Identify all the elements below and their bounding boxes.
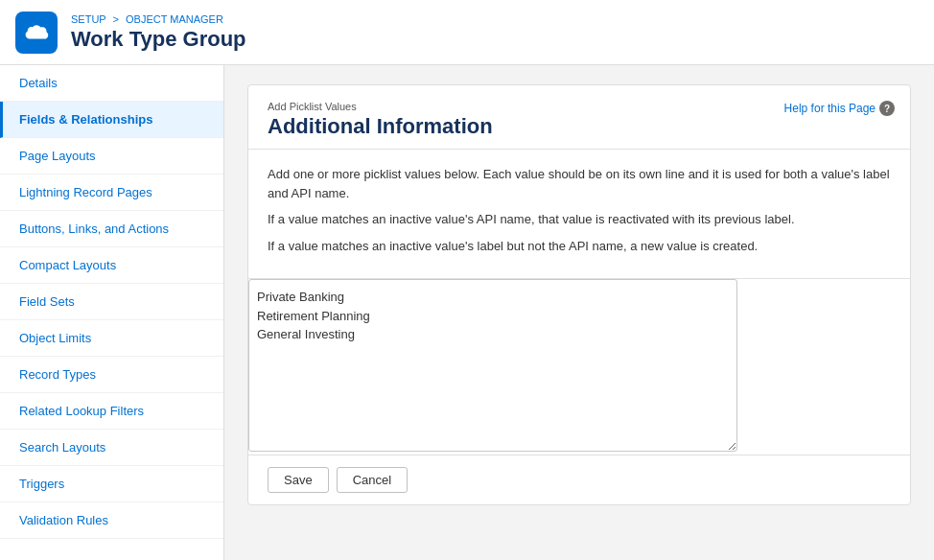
page-title: Work Type Group <box>71 27 246 52</box>
description-3: If a value matches an inactive value's l… <box>268 237 891 256</box>
sidebar-item-search-layouts[interactable]: Search Layouts <box>0 430 223 466</box>
main-layout: DetailsFields & RelationshipsPage Layout… <box>0 65 934 560</box>
sidebar: DetailsFields & RelationshipsPage Layout… <box>0 65 224 560</box>
sidebar-item-validation-rules[interactable]: Validation Rules <box>0 502 223 539</box>
header: SETUP > OBJECT MANAGER Work Type Group <box>0 0 934 65</box>
card-footer: Save Cancel <box>248 455 910 504</box>
sidebar-item-record-types[interactable]: Record Types <box>0 357 223 393</box>
sidebar-item-details[interactable]: Details <box>0 65 223 102</box>
textarea-section: Private Banking Retirement Planning Gene… <box>248 278 910 455</box>
sidebar-item-buttons-links-actions[interactable]: Buttons, Links, and Actions <box>0 211 223 247</box>
help-link[interactable]: Help for this Page ? <box>784 101 895 116</box>
breadcrumb: SETUP > OBJECT MANAGER <box>71 13 246 25</box>
main-content: Add Picklist Values Additional Informati… <box>224 65 934 560</box>
sidebar-item-field-sets[interactable]: Field Sets <box>0 284 223 320</box>
sidebar-item-lightning-record-pages[interactable]: Lightning Record Pages <box>0 175 223 211</box>
sidebar-item-page-layouts[interactable]: Page Layouts <box>0 138 223 175</box>
breadcrumb-separator: > <box>113 13 122 25</box>
sidebar-item-compact-layouts[interactable]: Compact Layouts <box>0 247 223 284</box>
card-header-title: Additional Information <box>268 114 891 139</box>
help-icon: ? <box>879 101 895 116</box>
content-card: Add Picklist Values Additional Informati… <box>247 84 911 505</box>
breadcrumb-setup[interactable]: SETUP <box>71 13 105 25</box>
save-button[interactable]: Save <box>268 467 329 493</box>
card-body: Add one or more picklist values below. E… <box>248 150 910 278</box>
sidebar-item-related-lookup-filters[interactable]: Related Lookup Filters <box>0 393 223 430</box>
breadcrumb-manager[interactable]: OBJECT MANAGER <box>126 13 223 25</box>
picklist-values-textarea[interactable]: Private Banking Retirement Planning Gene… <box>248 279 737 452</box>
help-link-text: Help for this Page <box>784 102 876 115</box>
description-2: If a value matches an inactive value's A… <box>268 210 891 229</box>
sidebar-item-object-limits[interactable]: Object Limits <box>0 320 223 357</box>
header-text: SETUP > OBJECT MANAGER Work Type Group <box>71 13 246 52</box>
description-1: Add one or more picklist values below. E… <box>268 165 891 202</box>
sidebar-item-fields-relationships[interactable]: Fields & Relationships <box>0 102 223 138</box>
salesforce-logo-icon <box>23 19 50 46</box>
card-header: Add Picklist Values Additional Informati… <box>248 85 910 150</box>
app-logo <box>15 12 58 54</box>
sidebar-item-triggers[interactable]: Triggers <box>0 466 223 502</box>
cancel-button[interactable]: Cancel <box>337 467 408 493</box>
